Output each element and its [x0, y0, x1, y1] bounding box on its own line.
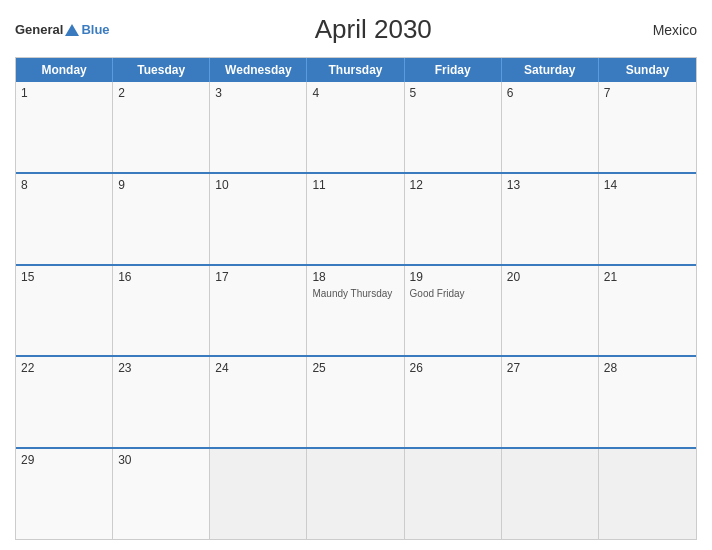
day-number: 29 — [21, 453, 107, 467]
logo-triangle-icon — [65, 24, 79, 36]
day-number: 9 — [118, 178, 204, 192]
day-number: 18 — [312, 270, 398, 284]
day-number: 27 — [507, 361, 593, 375]
day-number: 5 — [410, 86, 496, 100]
day-number: 11 — [312, 178, 398, 192]
calendar-cell — [210, 449, 307, 539]
day-number: 15 — [21, 270, 107, 284]
header-day-monday: Monday — [16, 58, 113, 82]
day-number: 3 — [215, 86, 301, 100]
day-number: 30 — [118, 453, 204, 467]
day-number: 28 — [604, 361, 691, 375]
event-label: Good Friday — [410, 288, 496, 299]
calendar-cell: 6 — [502, 82, 599, 172]
day-number: 14 — [604, 178, 691, 192]
calendar-cell: 26 — [405, 357, 502, 447]
calendar-cell: 22 — [16, 357, 113, 447]
calendar-cell: 11 — [307, 174, 404, 264]
calendar-cell: 20 — [502, 266, 599, 356]
calendar-cell — [502, 449, 599, 539]
day-number: 26 — [410, 361, 496, 375]
day-number: 7 — [604, 86, 691, 100]
calendar-cell: 1 — [16, 82, 113, 172]
calendar-cell: 15 — [16, 266, 113, 356]
day-number: 16 — [118, 270, 204, 284]
event-label: Maundy Thursday — [312, 288, 398, 299]
calendar-week-3: 15161718Maundy Thursday19Good Friday2021 — [16, 264, 696, 356]
calendar-cell: 27 — [502, 357, 599, 447]
day-number: 2 — [118, 86, 204, 100]
calendar-cell: 5 — [405, 82, 502, 172]
day-number: 17 — [215, 270, 301, 284]
calendar-cell — [307, 449, 404, 539]
calendar-cell: 13 — [502, 174, 599, 264]
header-day-wednesday: Wednesday — [210, 58, 307, 82]
day-number: 23 — [118, 361, 204, 375]
day-number: 20 — [507, 270, 593, 284]
day-number: 1 — [21, 86, 107, 100]
calendar-cell: 24 — [210, 357, 307, 447]
day-number: 10 — [215, 178, 301, 192]
calendar: MondayTuesdayWednesdayThursdayFridaySatu… — [15, 57, 697, 540]
calendar-cell — [599, 449, 696, 539]
day-number: 19 — [410, 270, 496, 284]
day-number: 25 — [312, 361, 398, 375]
calendar-cell: 30 — [113, 449, 210, 539]
calendar-cell: 21 — [599, 266, 696, 356]
day-number: 12 — [410, 178, 496, 192]
calendar-header-row: MondayTuesdayWednesdayThursdayFridaySatu… — [16, 58, 696, 82]
header-day-tuesday: Tuesday — [113, 58, 210, 82]
day-number: 6 — [507, 86, 593, 100]
day-number: 13 — [507, 178, 593, 192]
calendar-cell: 18Maundy Thursday — [307, 266, 404, 356]
calendar-cell: 2 — [113, 82, 210, 172]
calendar-cell: 29 — [16, 449, 113, 539]
day-number: 4 — [312, 86, 398, 100]
calendar-cell: 9 — [113, 174, 210, 264]
calendar-cell: 16 — [113, 266, 210, 356]
month-title: April 2030 — [110, 14, 637, 45]
logo-blue-text: Blue — [81, 22, 109, 37]
calendar-cell: 28 — [599, 357, 696, 447]
day-number: 21 — [604, 270, 691, 284]
calendar-week-2: 891011121314 — [16, 172, 696, 264]
calendar-body: 123456789101112131415161718Maundy Thursd… — [16, 82, 696, 539]
calendar-cell: 3 — [210, 82, 307, 172]
day-number: 24 — [215, 361, 301, 375]
calendar-cell: 7 — [599, 82, 696, 172]
day-number: 8 — [21, 178, 107, 192]
calendar-cell: 17 — [210, 266, 307, 356]
calendar-cell: 19Good Friday — [405, 266, 502, 356]
calendar-cell: 10 — [210, 174, 307, 264]
calendar-cell: 8 — [16, 174, 113, 264]
logo: General Blue — [15, 22, 110, 37]
calendar-cell: 23 — [113, 357, 210, 447]
calendar-cell: 25 — [307, 357, 404, 447]
calendar-cell: 4 — [307, 82, 404, 172]
calendar-cell — [405, 449, 502, 539]
header-day-thursday: Thursday — [307, 58, 404, 82]
logo-general-text: General — [15, 22, 63, 37]
calendar-header: General Blue April 2030 Mexico — [15, 10, 697, 49]
header-day-sunday: Sunday — [599, 58, 696, 82]
calendar-week-1: 1234567 — [16, 82, 696, 172]
calendar-cell: 12 — [405, 174, 502, 264]
calendar-week-5: 2930 — [16, 447, 696, 539]
country-label: Mexico — [637, 22, 697, 38]
day-number: 22 — [21, 361, 107, 375]
calendar-week-4: 22232425262728 — [16, 355, 696, 447]
header-day-saturday: Saturday — [502, 58, 599, 82]
header-day-friday: Friday — [405, 58, 502, 82]
calendar-cell: 14 — [599, 174, 696, 264]
